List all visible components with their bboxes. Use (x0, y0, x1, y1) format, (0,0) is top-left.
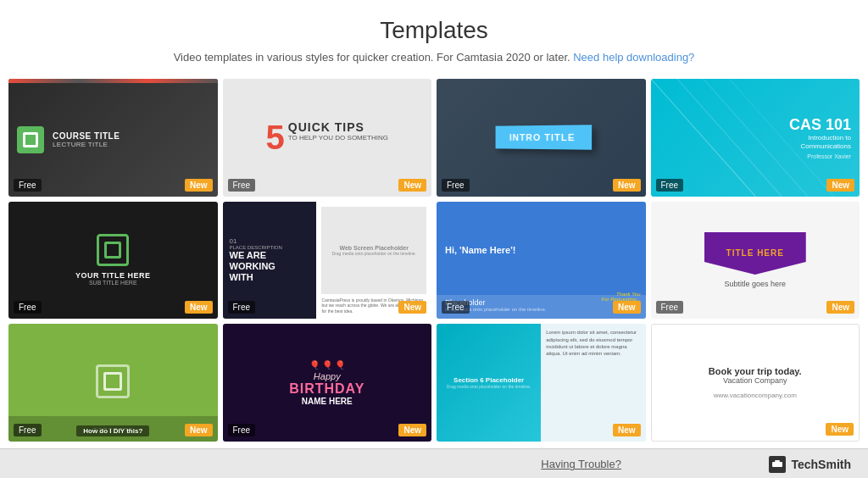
card-1-title: COURSE TITLE (53, 131, 120, 141)
camtasia-logo (17, 126, 44, 153)
badge-new-2: New (398, 179, 426, 192)
card-8-sub: Subtitle goes here (724, 280, 786, 288)
svg-line-1 (676, 79, 781, 197)
card-8-shape: TITLE HERE (704, 232, 806, 275)
template-card-12[interactable]: Book your trip today. Vacation Company w… (651, 324, 860, 442)
template-card-9[interactable]: ~ ~ ~ ~ ~ ~ ~ ~ Free How do I DIY this? … (8, 324, 218, 442)
diy-label: How do I DIY this? (76, 425, 149, 436)
intro-ribbon: INTRO TITLE (495, 125, 591, 150)
card-12-company: Vacation Company (723, 376, 787, 385)
template-card-4[interactable]: CAS 101 Introduction toCommunications Pr… (651, 79, 860, 197)
badge-new-7: New (613, 301, 641, 314)
badge-free-8: Free (656, 301, 684, 314)
badge-new-12: New (826, 423, 854, 436)
card-6-we: WE AREWORKINGWITH (230, 250, 310, 284)
footer-logo: TechSmith (769, 456, 851, 473)
badge-new-5: New (185, 301, 213, 314)
badge-new-11: New (613, 424, 641, 436)
template-card-7[interactable]: Hi, 'Name Here'! Placeholder Drag media … (437, 202, 646, 320)
badge-free-10: Free (228, 424, 256, 436)
card-7-top: Hi, 'Name Here'! (437, 202, 646, 296)
card-6-num: 01 (230, 237, 310, 245)
template-card-11[interactable]: Section 6 Placeholder Drag media onto pl… (437, 324, 646, 442)
template-card-1[interactable]: COURSE TITLE LECTURE TITLE Free New (8, 79, 218, 197)
badge-free-4: Free (656, 179, 684, 192)
badge-new-4: New (826, 179, 854, 192)
badge-free-5: Free (14, 301, 42, 314)
card-11-left: Section 6 Placeholder Drag media onto pl… (437, 324, 541, 442)
page-footer: Having Trouble? TechSmith (0, 448, 868, 478)
card-8-title: TITLE HERE (726, 248, 784, 258)
badge-new-8: New (826, 301, 854, 314)
template-card-8[interactable]: TITLE HERE Subtitle goes here Free New (651, 202, 860, 320)
footer-brand-label: TechSmith (791, 458, 851, 471)
card-2-sub: TO HELP YOU DO SOMETHING (288, 134, 388, 142)
card-10-bday: BIRTHDAY (289, 381, 364, 397)
badge-free-3: Free (442, 179, 470, 192)
page-subtitle: Video templates in various styles for qu… (17, 51, 851, 64)
card-2-qt: QUICK TIPS (288, 120, 388, 134)
template-card-2[interactable]: 5 QUICK TIPS TO HELP YOU DO SOMETHING Fr… (223, 79, 432, 197)
card-11-drag: Drag media onto placeholder on the timel… (447, 384, 531, 389)
card-5-logo (97, 234, 129, 266)
card-12-title: Book your trip today. (709, 366, 802, 376)
card-1-subtitle: LECTURE TITLE (53, 141, 120, 148)
card-10-name: NAME HERE (302, 397, 353, 406)
badge-new-6: New (398, 301, 426, 314)
card-6-screen: Web Screen Placeholder Drag media onto p… (321, 207, 426, 294)
badge-free-7: Free (442, 301, 470, 314)
badge-free-9: Free (14, 424, 42, 436)
card-1-text: COURSE TITLE LECTURE TITLE (53, 131, 120, 148)
card-12-url: www.vacationcompany.com (714, 392, 797, 399)
badge-free-6: Free (228, 301, 256, 314)
page-title: Templates (17, 17, 851, 44)
card-11-section: Section 6 Placeholder (453, 376, 524, 384)
card-9-logo (96, 364, 130, 398)
card-7-hi: Hi, 'Name Here'! (445, 245, 515, 255)
templates-grid: COURSE TITLE LECTURE TITLE Free New 5 QU… (0, 72, 868, 448)
footer-trouble[interactable]: Having Trouble? (393, 458, 770, 470)
page-header: Templates Video templates in various sty… (0, 0, 868, 72)
badge-new-10: New (398, 424, 426, 436)
badge-new-1: New (185, 179, 213, 192)
card-4-intro: Introduction toCommunications (789, 134, 851, 152)
card-5-title: YOUR TITLE HERE (75, 271, 151, 280)
template-card-10[interactable]: 🎈 🎈 🎈 Happy BIRTHDAY NAME HERE Free New (223, 324, 432, 442)
svg-rect-5 (775, 460, 780, 462)
card-4-text: CAS 101 Introduction toCommunications Pr… (789, 116, 851, 159)
card-10-happy: Happy (314, 371, 341, 381)
help-link[interactable]: Need help downloading? (573, 51, 694, 64)
card-7-drag: Drag media onto placeholder on the timel… (445, 307, 637, 312)
card-5-sub: SUB TITLE HERE (89, 280, 137, 286)
card-4-cas: CAS 101 (789, 116, 851, 134)
badge-free-1: Free (14, 179, 42, 192)
template-card-5[interactable]: YOUR TITLE HERE SUB TITLE HERE Free New (8, 202, 218, 320)
badge-new-9: New (185, 424, 213, 436)
card-4-prof: Professor Xavier (789, 153, 851, 159)
card-2-number: 5 (266, 120, 285, 154)
svg-rect-4 (772, 462, 782, 467)
template-card-6[interactable]: 01 PLACE DESCRIPTION WE AREWORKINGWITH W… (223, 202, 432, 320)
techsmith-icon (769, 456, 786, 473)
badge-new-3: New (613, 179, 641, 192)
badge-free-2: Free (228, 179, 256, 192)
template-card-3[interactable]: INTRO TITLE Free New (437, 79, 646, 197)
